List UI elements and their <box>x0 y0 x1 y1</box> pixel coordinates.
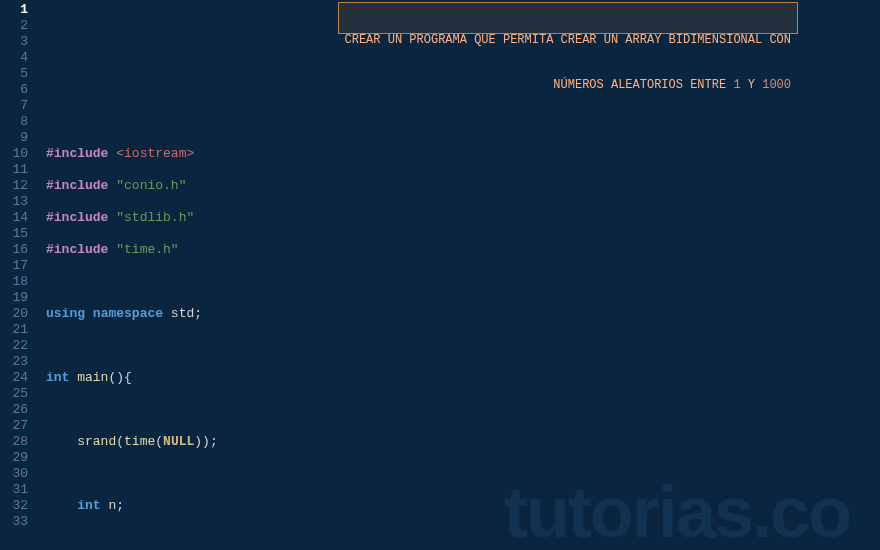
code-line <box>46 466 880 482</box>
code-editor[interactable]: 1234567891011121314151617181920212223242… <box>0 0 880 550</box>
code-line <box>46 338 880 354</box>
code-line <box>46 274 880 290</box>
code-area[interactable]: CREAR UN PROGRAMA QUE PERMITA CREAR UN A… <box>36 0 880 550</box>
code-line: #include "conio.h" <box>46 178 880 194</box>
line-number-gutter: 1234567891011121314151617181920212223242… <box>0 0 36 550</box>
comment-banner: CREAR UN PROGRAMA QUE PERMITA CREAR UN A… <box>338 2 798 34</box>
code-line <box>46 530 880 546</box>
code-line: using namespace std; <box>46 306 880 322</box>
code-line: int main(){ <box>46 370 880 386</box>
code-line: #include "time.h" <box>46 242 880 258</box>
code-line: int n; <box>46 498 880 514</box>
banner-line-1: CREAR UN PROGRAMA QUE PERMITA CREAR UN A… <box>345 33 791 48</box>
code-line: #include <iostream> <box>46 146 880 162</box>
code-line: srand(time(NULL)); <box>46 434 880 450</box>
banner-line-2: NÚMEROS ALEATORIOS ENTRE 1 Y 1000 <box>345 78 791 93</box>
code-line: #include "stdlib.h" <box>46 210 880 226</box>
code-line <box>46 402 880 418</box>
